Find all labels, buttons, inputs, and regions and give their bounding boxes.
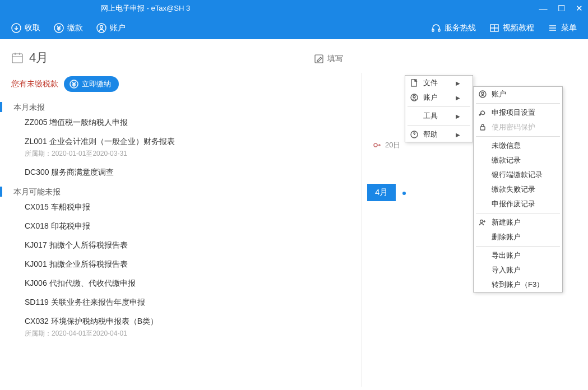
submenu-pwd-protect: 使用密码保护 — [474, 120, 562, 134]
svg-point-16 — [481, 92, 484, 95]
close-button[interactable]: ✕ — [570, 0, 588, 17]
item-name: DC300 服务商满意度调查 — [25, 168, 348, 178]
user-icon — [96, 23, 107, 33]
menu-label: 菜单 — [561, 23, 577, 33]
notice-text: 您有未缴税款 — [11, 79, 58, 89]
submenu-fail-records[interactable]: 缴款失败记录 — [474, 182, 562, 197]
submenu-export-account[interactable]: 导出账户 — [474, 248, 562, 263]
account-button[interactable]: 账户 — [90, 17, 132, 39]
window-title: 网上电子申报 - eTax@SH 3 — [101, 3, 190, 13]
collect-label: 收取 — [25, 23, 40, 33]
item-name: CX032 环境保护税纳税申报表（B类） — [25, 317, 348, 327]
maximize-button[interactable]: ☐ — [552, 0, 570, 17]
key-icon — [373, 141, 381, 149]
collect-button[interactable]: 收取 — [4, 17, 47, 39]
download-icon — [11, 23, 21, 33]
edit-button[interactable]: 填写 — [314, 54, 343, 64]
item-name: ZL001 企业会计准则（一般企业）财务报表 — [25, 137, 348, 147]
titlebar: 网上电子申报 - eTax@SH 3 — ☐ ✕ — [0, 0, 588, 17]
user-icon — [410, 94, 418, 101]
menu-file[interactable]: 文件▶ — [405, 76, 473, 90]
toolbar: 收取 缴款 账户 服务热线 视频教程 菜单 — [0, 17, 588, 39]
menu-button[interactable]: 菜单 — [541, 17, 584, 39]
main-page: 4月 您有未缴税款 立即缴纳 本月未报 ZZ005 增值税一般纳税人申报ZL00… — [0, 39, 359, 357]
user-icon — [479, 90, 487, 98]
svg-rect-4 — [432, 29, 434, 31]
menu-help[interactable]: 帮助▶ — [405, 127, 473, 142]
wrench-icon — [479, 109, 487, 117]
item-name: KJ006 代扣代缴、代收代缴申报 — [25, 278, 348, 289]
pay-button[interactable]: 缴款 — [47, 17, 90, 39]
svg-rect-5 — [438, 29, 440, 31]
section2-header: 本月可能未报 — [0, 187, 348, 197]
svg-rect-7 — [12, 54, 22, 63]
menu-account[interactable]: 账户▶ — [405, 90, 473, 105]
video-label: 视频教程 — [503, 23, 534, 33]
list-item[interactable]: ZZ005 增值税一般纳税人申报 — [25, 118, 348, 128]
submenu-pay-records[interactable]: 缴款记录 — [474, 153, 562, 168]
svg-rect-17 — [480, 127, 485, 130]
list-item[interactable]: CX018 印花税申报 — [25, 221, 348, 231]
notice-row: 您有未缴税款 立即缴纳 — [11, 76, 348, 92]
submenu-switch-account[interactable]: 转到账户（F3） — [474, 277, 562, 292]
submenu-bank-records[interactable]: 银行端缴款记录 — [474, 168, 562, 182]
lock-icon — [479, 123, 487, 131]
pay-now-label: 立即缴纳 — [82, 79, 111, 89]
item-period: 所属期：2020-01-01至2020-03-31 — [25, 149, 348, 159]
submenu-new-account[interactable]: 新建账户 — [474, 215, 562, 230]
month-badge[interactable]: 4月 — [367, 184, 396, 201]
edit-label: 填写 — [327, 54, 343, 64]
main-menu-dropdown: 文件▶ 账户▶ 工具▶ 帮助▶ — [405, 75, 473, 142]
minimize-button[interactable]: — — [534, 0, 552, 17]
list-item[interactable]: KJ001 扣缴企业所得税报告表 — [25, 259, 348, 270]
hotline-label: 服务热线 — [445, 23, 476, 33]
submenu-del-account[interactable]: 删除账户 — [474, 230, 562, 244]
list-item[interactable]: SD119 关联业务往来报告年度申报 — [25, 298, 348, 308]
item-period: 所属期：2020-04-01至2020-04-01 — [25, 329, 348, 338]
month-header: 4月 — [11, 49, 348, 66]
submenu-void-records[interactable]: 申报作废记录 — [474, 197, 562, 211]
list-item[interactable]: KJ017 扣缴个人所得税报告表 — [25, 240, 348, 250]
video-button[interactable]: 视频教程 — [483, 17, 541, 39]
pay-now-button[interactable]: 立即缴纳 — [64, 76, 119, 92]
file-icon — [410, 79, 418, 87]
help-icon — [410, 131, 418, 138]
hamburger-icon — [548, 23, 558, 33]
item-name: CX015 车船税申报 — [25, 202, 348, 212]
yen-icon — [70, 80, 78, 89]
user-plus-icon — [479, 219, 487, 226]
submenu-proj-settings[interactable]: 申报项目设置 — [474, 105, 562, 120]
item-name: ZZ005 增值税一般纳税人申报 — [25, 118, 348, 128]
due-label: 20日 — [385, 140, 400, 150]
item-name: KJ017 扣缴个人所得税报告表 — [25, 240, 348, 250]
list-item[interactable]: KJ006 代扣代缴、代收代缴申报 — [25, 278, 348, 289]
submenu-import-account[interactable]: 导入账户 — [474, 263, 562, 277]
grid-icon — [489, 23, 499, 33]
account-label: 账户 — [110, 23, 126, 33]
edit-icon — [314, 54, 324, 64]
menu-tools[interactable]: 工具▶ — [405, 109, 473, 123]
svg-point-10 — [374, 143, 377, 147]
item-name: SD119 关联业务往来报告年度申报 — [25, 298, 348, 308]
content-area: 4月 您有未缴税款 立即缴纳 本月未报 ZZ005 增值税一般纳税人申报ZL00… — [0, 39, 588, 390]
pay-label: 缴款 — [67, 23, 83, 33]
list-item[interactable]: CX032 环境保护税纳税申报表（B类）所属期：2020-04-01至2020-… — [25, 317, 348, 338]
calendar-icon — [11, 52, 24, 64]
account-submenu: 账户 申报项目设置 使用密码保护 未缴信息 缴款记录 银行端缴款记录 缴款失败记… — [473, 86, 563, 292]
hotline-button[interactable]: 服务热线 — [424, 17, 483, 39]
svg-point-13 — [413, 96, 415, 98]
section1-header: 本月未报 — [0, 102, 348, 112]
submenu-account[interactable]: 账户 — [474, 87, 562, 101]
svg-point-3 — [100, 26, 103, 29]
list-item[interactable]: ZL001 企业会计准则（一般企业）财务报表所属期：2020-01-01至202… — [25, 137, 348, 159]
yen-icon — [54, 23, 64, 33]
headset-icon — [431, 23, 441, 33]
submenu-unpaid-info[interactable]: 未缴信息 — [474, 138, 562, 153]
list-item[interactable]: DC300 服务商满意度调查 — [25, 168, 348, 178]
month-label: 4月 — [29, 49, 48, 66]
item-name: KJ001 扣缴企业所得税报告表 — [25, 259, 348, 270]
dot-indicator — [402, 192, 406, 195]
item-name: CX018 印花税申报 — [25, 221, 348, 231]
svg-point-18 — [480, 220, 483, 223]
list-item[interactable]: CX015 车船税申报 — [25, 202, 348, 212]
